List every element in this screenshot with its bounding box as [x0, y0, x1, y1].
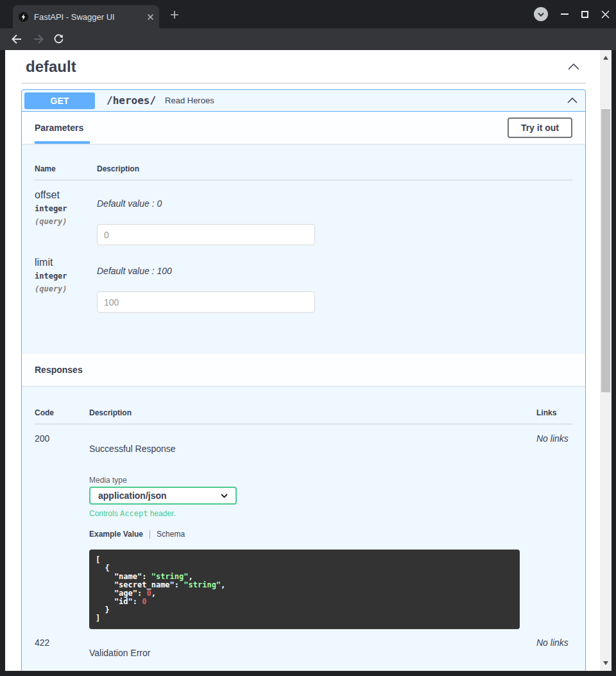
try-it-out-button[interactable]: Try it out: [508, 117, 572, 138]
response-code: 200: [35, 433, 89, 629]
response-description: Successful Response: [89, 444, 536, 454]
tab-title: FastAPI - Swagger UI: [34, 12, 147, 22]
chevron-down-icon: [221, 494, 228, 498]
browser-titlebar: FastAPI - Swagger UI: [0, 0, 616, 28]
scroll-up-arrow-icon[interactable]: [603, 56, 608, 60]
response-row-422: 422 Validation Error No links: [35, 637, 572, 658]
column-description: Description: [97, 164, 139, 173]
window-controls: [534, 7, 610, 21]
parameters-header: Parameters Try it out: [22, 112, 585, 144]
media-type-value: application/json: [98, 490, 167, 501]
browser-tab[interactable]: FastAPI - Swagger UI: [13, 5, 159, 28]
forward-icon[interactable]: [32, 33, 45, 46]
page-scrollbar[interactable]: [600, 50, 612, 671]
close-window-button[interactable]: [601, 10, 610, 19]
back-icon[interactable]: [10, 33, 23, 46]
responses-table: Code Description Links 200 Successful Re…: [22, 386, 585, 658]
limit-input[interactable]: [97, 291, 315, 313]
param-type: integer: [35, 272, 97, 281]
parameters-table: Name Description offset integer (query) …: [22, 144, 585, 354]
responses-header: Responses: [22, 354, 585, 386]
parameters-title: Parameters: [35, 123, 83, 133]
response-links: No links: [536, 433, 572, 629]
collapse-operation-chevron-up-icon[interactable]: [567, 98, 578, 103]
tab-example-value[interactable]: Example Value: [89, 530, 143, 539]
column-description: Description: [89, 408, 536, 417]
media-type-select[interactable]: application/json: [89, 487, 237, 505]
param-location: (query): [35, 284, 97, 293]
parameter-row-offset: offset integer (query) Default value : 0: [35, 189, 572, 245]
column-code: Code: [35, 408, 89, 417]
operation-path: /heroes/: [107, 94, 156, 107]
operation-block: GET /heroes/ Read Heroes Parameters Try …: [21, 89, 586, 671]
tag-section-header[interactable]: default: [21, 50, 586, 83]
column-links: Links: [536, 408, 572, 417]
param-name: offset: [35, 189, 97, 201]
tab-close-icon[interactable]: [147, 13, 154, 21]
response-links: No links: [536, 637, 572, 658]
new-tab-button[interactable]: [168, 8, 181, 21]
collapse-tag-chevron-up-icon[interactable]: [568, 64, 579, 70]
scroll-down-arrow-icon[interactable]: [603, 661, 608, 665]
operation-summary-text: Read Heroes: [165, 96, 214, 105]
scrollbar-thumb[interactable]: [601, 109, 610, 392]
param-location: (query): [35, 217, 97, 226]
tab-schema[interactable]: Schema: [157, 530, 185, 539]
response-code: 422: [35, 637, 89, 658]
response-row-200: 200 Successful Response Media type appli…: [35, 433, 572, 629]
operation-summary[interactable]: GET /heroes/ Read Heroes: [22, 90, 585, 112]
offset-input[interactable]: [97, 224, 315, 245]
maximize-button[interactable]: [581, 11, 588, 18]
response-description: Validation Error: [89, 648, 536, 658]
browser-toolbar: 127.0.0.1:8000/docs#/default/read_heroes…: [0, 28, 616, 50]
parameters-tab: Parameters: [35, 112, 90, 144]
accept-header-note: Controls Accept header.: [89, 509, 536, 518]
media-type-label: Media type: [89, 476, 536, 485]
chrome-status-icon[interactable]: [534, 7, 548, 21]
method-badge: GET: [24, 92, 95, 109]
param-default-text: Default value : 0: [97, 198, 572, 209]
param-name: limit: [35, 257, 97, 268]
tab-divider: [150, 530, 150, 539]
responses-title: Responses: [35, 365, 83, 375]
param-type: integer: [35, 204, 97, 213]
parameter-row-limit: limit integer (query) Default value : 10…: [35, 257, 572, 313]
page-content: default GET /heroes/ Read Heroes Paramet…: [5, 50, 600, 671]
fastapi-favicon-icon: [19, 12, 28, 22]
reload-icon[interactable]: [53, 33, 65, 46]
param-default-text: Default value : 100: [97, 266, 572, 276]
tag-title: default: [26, 58, 76, 76]
example-code: [ { "name": "string", "secret_name": "st…: [89, 550, 520, 629]
minimize-button[interactable]: [561, 13, 569, 15]
column-name: Name: [35, 164, 97, 173]
